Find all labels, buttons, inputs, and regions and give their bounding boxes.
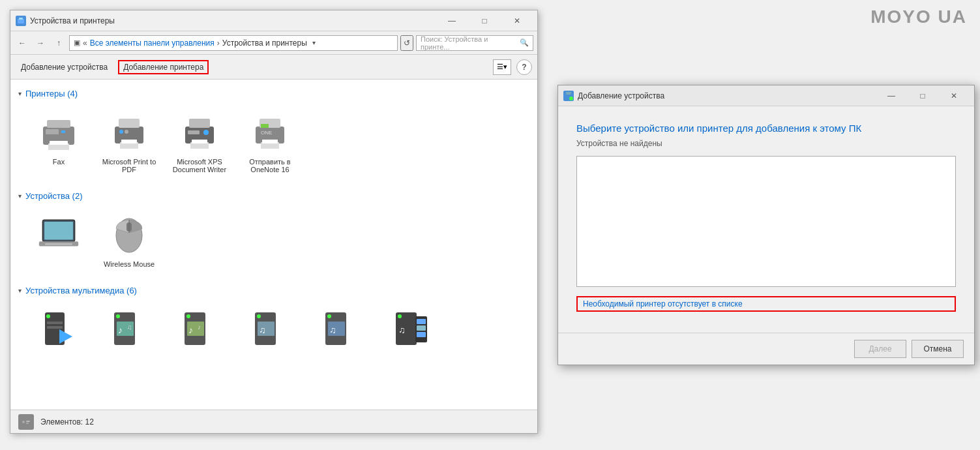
dialog-title: Добавление устройства [578,91,664,100]
media-icon-4: ♫ [249,309,291,351]
svg-point-12 [119,130,123,134]
multimedia-section-header[interactable]: ▾ Устройства мультимедиа (6) [18,282,529,301]
send-onenote-item[interactable]: ONE Отправить в OneNote 16 [237,106,303,179]
media-item-1[interactable] [26,303,91,361]
svg-point-34 [46,314,50,318]
view-toggle-button[interactable]: ☰▾ [493,59,511,75]
send-onenote-icon: ONE [249,112,291,154]
svg-rect-24 [261,124,269,128]
svg-marker-37 [59,329,72,344]
svg-rect-7 [61,130,65,133]
svg-rect-68 [566,92,571,95]
devices-grid: Wireless Mouse [18,206,529,282]
media-item-6[interactable]: ♫ [378,303,443,361]
refresh-button[interactable]: ↺ [400,35,413,51]
window-titlebar: Устройства и принтеры — □ ✕ [10,10,537,31]
search-box[interactable]: Поиск: Устройства и принте... 🔍 [416,35,533,51]
ms-xps-icon [179,112,220,154]
breadcrumb-icon: ▣ [74,38,80,47]
media-icon-6: ♫ [390,309,432,351]
ms-xps-label: Microsoft XPS Document Writer [170,158,229,173]
svg-rect-11 [121,140,137,143]
svg-text:♫: ♫ [329,325,336,335]
multimedia-grid: ♪ ♫ ♪ ♪ [18,301,529,368]
maximize-button[interactable]: □ [469,10,499,31]
printers-grid: Fax Microsoft Print to PDF [18,104,529,187]
media-icon-2: ♪ ♫ [108,309,150,351]
fax-label: Fax [53,158,65,166]
status-bar: Элементов: 12 [10,410,537,433]
titlebar-left: Устройства и принтеры [16,16,115,26]
svg-point-19 [203,130,209,135]
dialog-minimize-button[interactable]: — [876,85,906,106]
add-printer-button[interactable]: Добавление принтера [118,60,209,74]
status-icon [18,414,34,430]
media-item-3[interactable]: ♪ ♪ [167,303,232,361]
titlebar-controls: — □ ✕ [437,10,532,31]
ms-print-pdf-item[interactable]: Microsoft Print to PDF [97,106,162,179]
media-icon-5: ♫ [319,309,361,351]
help-button[interactable]: ? [516,59,532,75]
address-bar: ← → ↑ ▣ « Все элементы панели управления… [10,31,537,55]
dialog-subtitle: Устройства не найдены [576,139,956,148]
window-icon [16,16,26,26]
printers-section-header[interactable]: ▾ Принтеры (4) [18,85,529,104]
fax-item[interactable]: Fax [26,106,91,179]
laptop-item[interactable] [26,209,91,274]
ms-xps-item[interactable]: Microsoft XPS Document Writer [167,106,232,179]
up-button[interactable]: ↑ [51,35,67,51]
svg-rect-23 [262,140,278,143]
svg-text:♫: ♫ [398,325,406,335]
breadcrumb-arrow: › [217,38,220,48]
cancel-button[interactable]: Отмена [912,340,964,358]
dialog-icon [563,91,574,101]
dialog-titlebar: Добавление устройства — □ ✕ [558,85,974,106]
devices-chevron: ▾ [18,192,22,200]
svg-point-44 [186,314,190,318]
devices-section-header[interactable]: ▾ Устройства (2) [18,187,529,206]
svg-rect-59 [417,319,426,324]
close-button[interactable]: ✕ [502,10,532,31]
send-onenote-label: Отправить в OneNote 16 [241,158,299,173]
fax-icon [38,112,80,154]
missing-printer-link[interactable]: Необходимый принтер отсутствует в списке [576,296,956,312]
forward-button[interactable]: → [33,35,48,51]
dialog-close-button[interactable]: ✕ [939,85,969,106]
svg-point-13 [125,130,128,134]
svg-text:♪: ♪ [118,325,123,335]
search-text: Поиск: Устройства и принте... [421,35,517,51]
devices-section-label: Устройства (2) [25,191,83,201]
media-icon-1 [38,309,80,351]
media-item-5[interactable]: ♫ [308,303,373,361]
minimize-button[interactable]: — [437,10,467,31]
watermark-ua: UA [938,7,967,27]
svg-rect-18 [188,130,200,134]
svg-rect-1 [19,18,23,20]
devices-window: Устройства и принтеры — □ ✕ ← → ↑ ▣ « Вс… [10,10,538,434]
device-list-box[interactable] [576,156,956,288]
content-area: ▾ Принтеры (4) [10,80,537,410]
dialog-footer: Далее Отмена [558,333,974,365]
dialog-maximize-button[interactable]: □ [908,85,938,106]
add-device-button[interactable]: Добавление устройства [16,60,113,74]
toolbar: Добавление устройства Добавление принтер… [10,55,537,80]
wireless-mouse-item[interactable]: Wireless Mouse [97,209,162,274]
watermark-moyo: MOYO [870,7,932,27]
svg-text:♪: ♪ [198,323,201,331]
next-button[interactable]: Далее [854,340,906,358]
path-dropdown[interactable]: ▾ [310,39,318,46]
svg-rect-27 [44,222,73,239]
breadcrumb-root[interactable]: Все элементы панели управления [90,38,215,48]
ms-print-pdf-icon [108,112,150,154]
media-item-2[interactable]: ♪ ♫ [97,303,162,361]
media-icon-3: ♪ ♪ [179,309,220,351]
search-icon: 🔍 [520,38,529,47]
svg-point-39 [116,314,120,318]
svg-rect-6 [46,129,59,134]
printers-chevron: ▾ [18,90,22,97]
status-count: Элементов: 12 [40,417,94,427]
back-button[interactable]: ← [14,35,30,51]
svg-rect-60 [417,325,426,331]
breadcrumb-current: Устройства и принтеры [222,38,307,48]
media-item-4[interactable]: ♫ [237,303,303,361]
